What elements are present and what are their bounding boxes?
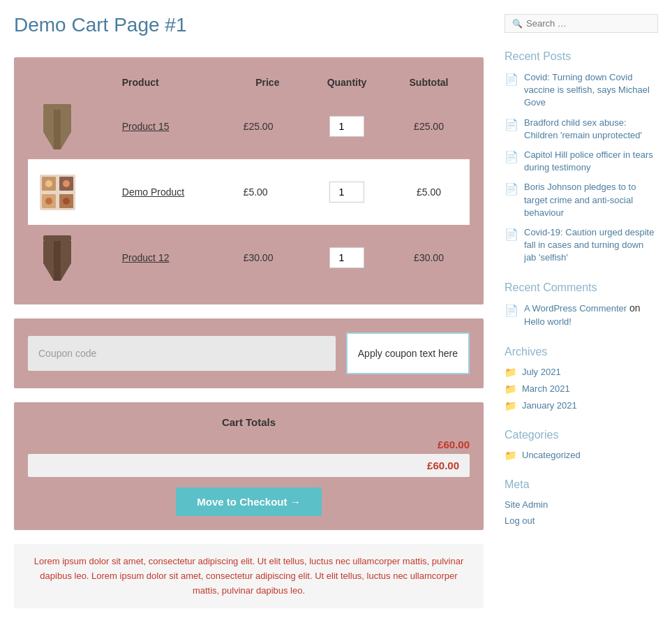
archive-item-2: 📁 March 2021	[505, 383, 658, 395]
archive-icon-2: 📁	[505, 383, 516, 395]
post-icon-4: 📄	[505, 182, 518, 196]
svg-point-10	[63, 180, 70, 187]
total-amount: £60.00	[427, 460, 459, 471]
meta-link-1[interactable]: Site Admin	[505, 499, 548, 510]
col-image	[28, 71, 114, 94]
post-link-3[interactable]: Capitol Hill police officer in tears dur…	[524, 149, 658, 174]
quantity-input-1[interactable]	[329, 116, 364, 137]
post-icon-2: 📄	[505, 118, 518, 131]
meta-item-2: Log out	[505, 515, 658, 526]
archive-item-1: 📁 July 2021	[505, 367, 658, 378]
subtotal-amount: £60.00	[438, 439, 470, 450]
meta-item-1: Site Admin	[505, 499, 658, 510]
recent-posts-section: Recent Posts 📄 Covid: Turning down Covid…	[505, 50, 658, 264]
product-image-2	[36, 168, 78, 216]
svg-rect-3	[54, 110, 61, 149]
recent-comments-section: Recent Comments 📄 A WordPress Commenter …	[505, 281, 658, 328]
col-product: Product	[114, 71, 230, 94]
comment-post-1[interactable]: Hello world!	[524, 316, 572, 327]
category-item-1: 📁 Uncategorized	[505, 450, 658, 461]
quantity-input-2[interactable]	[329, 182, 364, 203]
post-item-1: 📄 Covid: Turning down Covid vaccine is s…	[505, 71, 658, 110]
archive-link-2[interactable]: March 2021	[522, 383, 570, 394]
total-bar: £60.00	[28, 454, 470, 477]
product-link-3[interactable]: Product 12	[122, 252, 170, 263]
archives-title: Archives	[505, 346, 658, 358]
svg-point-9	[45, 180, 52, 187]
post-item-2: 📄 Bradford child sex abuse: Children 're…	[505, 117, 658, 142]
product-link-2[interactable]: Demo Product	[122, 186, 184, 198]
archive-link-3[interactable]: January 2021	[522, 400, 577, 411]
product-image-1	[36, 102, 78, 151]
product-price-2: £5.00	[230, 159, 306, 225]
post-item-3: 📄 Capitol Hill police officer in tears d…	[505, 149, 658, 174]
search-input[interactable]	[526, 18, 650, 29]
product-subtotal-2: £5.00	[388, 159, 470, 225]
product-subtotal-1: £25.00	[388, 94, 470, 159]
quantity-input-3[interactable]	[329, 247, 364, 268]
comment-item-1: 📄 A WordPress Commenter on Hello world!	[505, 302, 658, 328]
archive-icon-3: 📁	[505, 400, 516, 411]
table-row: Product 15 £25.00 £25.00	[28, 94, 470, 159]
post-link-4[interactable]: Boris Johnson pledges to to target crime…	[524, 181, 658, 219]
post-link-2[interactable]: Bradford child sex abuse: Children 'rema…	[524, 117, 658, 142]
search-icon: 🔍	[512, 19, 523, 29]
lorem-text: Lorem ipsum dolor sit amet, consectetur …	[28, 554, 470, 598]
col-quantity: Quantity	[306, 71, 388, 94]
categories-title: Categories	[505, 429, 658, 441]
product-image-3	[36, 233, 78, 282]
archives-section: Archives 📁 July 2021 📁 March 2021 📁 Janu…	[505, 346, 658, 411]
coupon-input[interactable]	[28, 336, 336, 371]
svg-marker-15	[61, 241, 71, 281]
archive-item-3: 📁 January 2021	[505, 400, 658, 411]
table-row: Demo Product £5.00 £5.00	[28, 159, 470, 225]
subtotal-row: £60.00	[28, 439, 470, 450]
svg-point-11	[45, 198, 52, 205]
svg-point-12	[63, 198, 70, 205]
product-subtotal-3: £30.00	[388, 225, 470, 291]
archive-link-1[interactable]: July 2021	[522, 367, 561, 377]
cart-totals-section: Cart Totals £60.00 £60.00 Move to Checko…	[14, 402, 484, 530]
product-price-1: £25.00	[230, 94, 306, 159]
post-icon-5: 📄	[505, 228, 518, 241]
meta-title: Meta	[505, 478, 658, 491]
cart-section: Product Price Quantity Subtotal	[14, 57, 484, 304]
category-icon-1: 📁	[505, 450, 516, 461]
table-row: Product 12 £30.00 £30.00	[28, 225, 470, 291]
product-price-3: £30.00	[230, 225, 306, 291]
post-item-5: 📄 Covid-19: Caution urged despite fall i…	[505, 226, 658, 265]
categories-section: Categories 📁 Uncategorized	[505, 429, 658, 461]
product-link-1[interactable]: Product 15	[122, 121, 170, 132]
col-subtotal: Subtotal	[388, 71, 470, 94]
svg-rect-16	[54, 241, 61, 281]
recent-comments-title: Recent Comments	[505, 281, 658, 294]
col-price: Price	[230, 71, 306, 94]
recent-posts-title: Recent Posts	[505, 50, 658, 63]
comment-icon-1: 📄	[505, 304, 518, 317]
cart-table: Product Price Quantity Subtotal	[28, 71, 470, 291]
svg-rect-13	[43, 235, 71, 241]
coupon-section: Apply coupon text here	[14, 318, 484, 388]
comment-text-1: A WordPress Commenter on Hello world!	[524, 302, 658, 328]
meta-section: Meta Site Admin Log out	[505, 478, 658, 526]
post-link-1[interactable]: Covid: Turning down Covid vaccine is sel…	[524, 71, 658, 110]
post-icon-3: 📄	[505, 150, 518, 163]
apply-coupon-button[interactable]: Apply coupon text here	[346, 332, 470, 374]
comment-on-1: on	[629, 302, 641, 314]
cart-totals-title: Cart Totals	[28, 416, 470, 428]
svg-marker-14	[43, 241, 54, 281]
main-content: Demo Cart Page #1 Product Price Quantity…	[14, 14, 505, 622]
category-link-1[interactable]: Uncategorized	[522, 450, 581, 460]
svg-rect-0	[43, 104, 71, 110]
svg-marker-2	[61, 110, 71, 149]
post-item-4: 📄 Boris Johnson pledges to to target cri…	[505, 181, 658, 219]
post-icon-1: 📄	[505, 73, 518, 86]
search-box: 🔍	[505, 14, 658, 33]
post-link-5[interactable]: Covid-19: Caution urged despite fall in …	[524, 226, 658, 265]
lorem-section: Lorem ipsum dolor sit amet, consectetur …	[14, 544, 484, 608]
comment-author-1[interactable]: A WordPress Commenter	[524, 303, 627, 314]
archive-icon-1: 📁	[505, 367, 516, 378]
svg-marker-1	[43, 110, 54, 149]
meta-link-2[interactable]: Log out	[505, 515, 535, 526]
checkout-button[interactable]: Move to Checkout →	[176, 487, 321, 516]
